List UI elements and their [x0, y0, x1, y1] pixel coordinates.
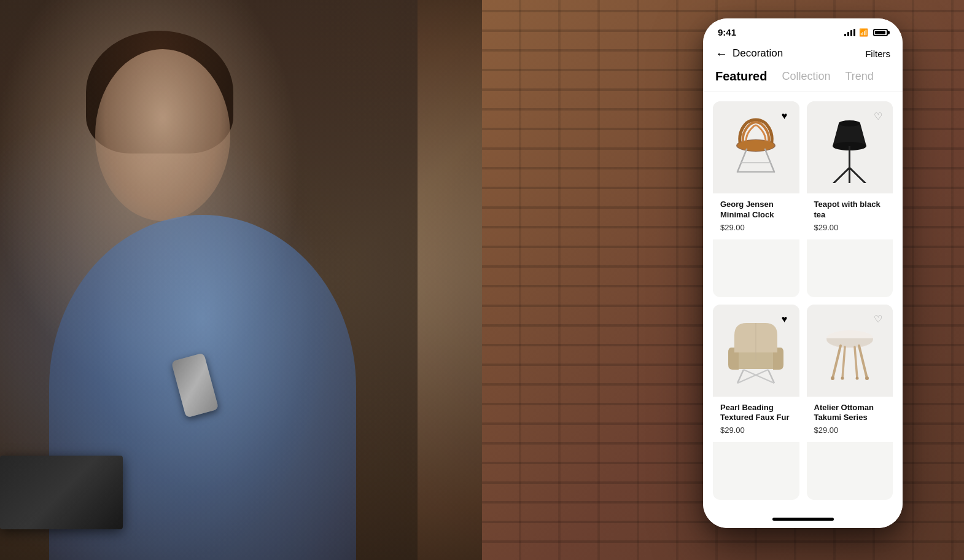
svg-line-22 [855, 347, 857, 378]
lamp-black-image [826, 112, 873, 183]
product-image-3: ♥ [713, 305, 799, 397]
product-info-2: Teapot with black tea $29.00 [807, 193, 893, 239]
heart-outline-icon-4: ♡ [874, 313, 882, 325]
table-wood-image [819, 320, 880, 381]
svg-line-19 [833, 346, 841, 378]
filters-button[interactable]: Filters [865, 49, 890, 59]
product-name-4: Atelier Ottoman Takumi Series [814, 403, 886, 424]
like-button-2[interactable]: ♡ [869, 107, 887, 125]
status-time: 9:41 [718, 27, 736, 37]
tab-featured[interactable]: Featured [715, 69, 767, 91]
product-info-1: Georg Jensen Minimal Clock $29.00 [713, 193, 799, 239]
product-info-4: Atelier Ottoman Takumi Series $29.00 [807, 397, 893, 443]
heart-filled-icon-3: ♥ [782, 314, 788, 325]
product-price-2: $29.00 [814, 223, 886, 232]
tab-trend[interactable]: Trend [845, 70, 874, 90]
product-name-1: Georg Jensen Minimal Clock [720, 200, 792, 220]
like-button-4[interactable]: ♡ [869, 311, 887, 328]
like-button-1[interactable]: ♥ [776, 107, 793, 125]
product-price-3: $29.00 [720, 426, 792, 435]
wifi-icon: 📶 [859, 28, 868, 37]
phone-mockup: 9:41 📶 ← Decoration Filters Featured Col… [703, 18, 903, 528]
tab-collection[interactable]: Collection [782, 70, 830, 90]
status-bar: 9:41 📶 [703, 18, 903, 42]
svg-line-10 [850, 168, 866, 183]
svg-point-1 [737, 140, 774, 151]
svg-line-9 [834, 168, 850, 183]
product-image-1: ♥ [713, 101, 799, 193]
product-card-3[interactable]: ♥ [713, 305, 799, 500]
heart-filled-icon: ♥ [782, 111, 788, 122]
product-name-2: Teapot with black tea [814, 200, 886, 220]
product-image-4: ♡ [807, 305, 893, 397]
battery-icon [873, 29, 888, 36]
product-image-2: ♡ [807, 101, 893, 193]
product-card-4[interactable]: ♡ [807, 305, 893, 500]
svg-point-24 [865, 376, 869, 380]
home-bar [772, 518, 834, 521]
tab-bar: Featured Collection Trend [703, 67, 903, 91]
product-name-3: Pearl Beading Textured Faux Fur [720, 403, 792, 424]
product-card-2[interactable]: ♡ Teapot with black tea [807, 101, 893, 297]
nav-title: Decoration [733, 47, 783, 60]
product-price-4: $29.00 [814, 426, 886, 435]
back-arrow-icon: ← [715, 47, 728, 60]
product-price-1: $29.00 [720, 223, 792, 232]
status-icons: 📶 [844, 28, 888, 37]
product-card-1[interactable]: ♥ [713, 101, 799, 297]
product-info-3: Pearl Beading Textured Faux Fur $29.00 [713, 397, 799, 443]
svg-line-2 [737, 149, 747, 172]
nav-bar: ← Decoration Filters [703, 42, 903, 67]
svg-point-25 [841, 376, 844, 379]
svg-line-20 [859, 346, 867, 378]
svg-point-23 [831, 376, 834, 380]
signal-icon [844, 29, 855, 36]
svg-point-26 [855, 376, 858, 379]
svg-line-21 [842, 347, 845, 378]
products-grid: ♥ [703, 91, 903, 510]
heart-outline-icon: ♡ [874, 111, 882, 122]
svg-point-6 [839, 120, 860, 126]
svg-line-3 [765, 149, 774, 172]
home-indicator [703, 510, 903, 528]
back-button[interactable]: ← Decoration [715, 47, 783, 60]
like-button-3[interactable]: ♥ [776, 311, 793, 328]
